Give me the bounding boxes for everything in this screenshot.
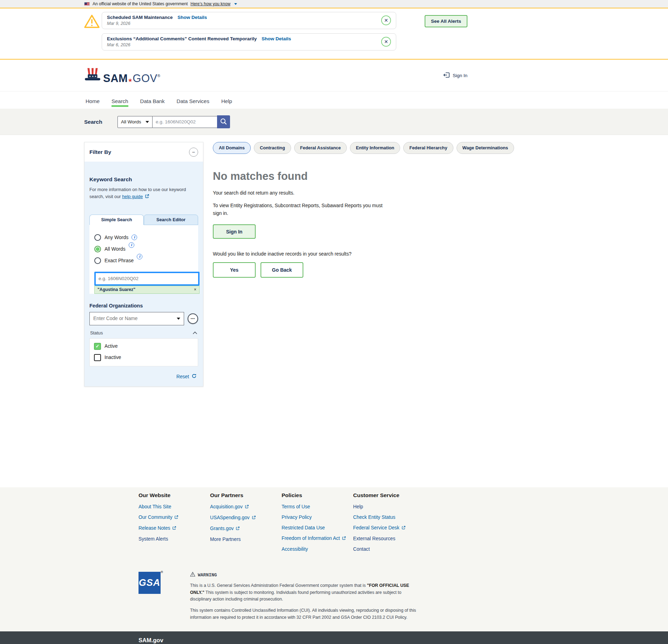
radio-label: Any Words [104,235,128,240]
radio-circle-icon[interactable] [94,246,101,252]
external-link-icon [236,526,240,531]
footer-link-more-partners[interactable]: More Partners [210,537,282,542]
domain-tab-wage-determinations[interactable]: Wage Determinations [457,142,514,154]
domain-tabs: All Domains Contracting Federal Assistan… [213,142,668,154]
close-icon[interactable]: ✕ [381,37,391,47]
svg-text:★: ★ [92,75,94,77]
how-you-know-link[interactable]: Here’s how you know [190,1,230,6]
footer-col-heading: Our Website [139,492,210,499]
search-submit-button[interactable] [217,115,230,128]
include-inactive-question: Would you like to include inactive recor… [213,251,668,257]
yes-button[interactable]: Yes [213,262,256,278]
warning-paragraph-2: This system contains Controlled Unclassi… [190,607,417,621]
more-options-ellipsis-button[interactable]: ••• [188,313,198,324]
footer-link-federal-service-desk[interactable]: Federal Service Desk [353,525,425,531]
footer-link-terms-of-use[interactable]: Terms of Use [282,504,353,509]
see-all-alerts-button[interactable]: See All Alerts [425,15,467,27]
checkbox-label: Inactive [104,355,121,360]
footer-link-usaspending-gov[interactable]: USASpending.gov [210,515,282,521]
nav-item-search[interactable]: Search [110,93,130,108]
alert-title: Scheduled SAM Maintenance [107,15,173,20]
global-search-input[interactable] [153,116,217,128]
radio-all-words[interactable]: All Words i [94,246,193,252]
footer-col-our-website: Our Website About This Site Our Communit… [139,492,210,557]
help-guide-link[interactable]: help guide [122,194,143,199]
footer-link-system-alerts[interactable]: System Alerts [139,536,210,542]
sign-in-label: Sign In [453,73,467,78]
tab-simple-search[interactable]: Simple Search [89,215,144,225]
domain-tab-federal-assistance[interactable]: Federal Assistance [294,142,347,154]
close-icon[interactable]: ✕ [381,15,391,25]
search-icon [220,118,227,126]
footer-col-heading: Customer Service [353,492,425,499]
sign-in-button[interactable]: Sign In [213,224,256,239]
radio-exact-phrase[interactable]: Exact Phrase i [94,257,193,264]
external-link-icon [252,515,256,521]
federal-organizations-select[interactable]: Enter Code or Name [89,312,184,325]
footer-link-grants-gov[interactable]: Grants.gov [210,526,282,531]
footer-link-acquisition-gov[interactable]: Acquisition.gov [210,504,282,510]
gsa-logo: GSA ® [139,572,161,594]
federal-organizations-heading: Federal Organizations [89,303,198,309]
reset-refresh-icon[interactable] [191,373,197,380]
logo-registered-mark: ® [157,74,161,78]
footer-link-release-notes[interactable]: Release Notes [139,526,210,531]
svg-text:★: ★ [89,75,91,77]
footer-link-external-resources[interactable]: External Resources [353,536,425,541]
show-details-link[interactable]: Show Details [262,36,291,41]
checkbox-active[interactable]: ✓ Active [94,343,194,350]
checkbox-icon[interactable] [94,354,101,361]
gsa-logo-text: GSA [139,577,161,588]
radio-circle-icon[interactable] [94,234,101,241]
keyword-search-input[interactable] [94,272,200,286]
footer-link-our-community[interactable]: Our Community [139,515,210,520]
info-icon[interactable]: i [129,242,134,248]
federal-organizations-placeholder: Enter Code or Name [93,316,138,321]
footer-col-our-partners: Our Partners Acquisition.gov USASpending… [210,492,282,557]
nav-item-help[interactable]: Help [220,93,234,108]
go-back-button[interactable]: Go Back [261,262,303,278]
footer-link-help[interactable]: Help [353,504,425,509]
external-link-icon [172,526,176,531]
tab-search-editor[interactable]: Search Editor [144,215,198,225]
info-icon[interactable]: i [137,254,142,259]
collapse-filters-button[interactable]: − [189,148,198,157]
svg-text:★: ★ [94,75,96,77]
nav-item-data-services[interactable]: Data Services [175,93,211,108]
page-footer: Our Website About This Site Our Communit… [0,487,668,631]
chevron-down-icon [234,3,237,5]
footer-link-privacy-policy[interactable]: Privacy Policy [282,515,353,520]
domain-tab-federal-hierarchy[interactable]: Federal Hierarchy [403,142,453,154]
show-details-link[interactable]: Show Details [177,15,207,20]
footer-col-policies: Policies Terms of Use Privacy Policy Res… [282,492,353,557]
chevron-up-icon[interactable] [193,330,197,335]
footer-link-contact[interactable]: Contact [353,547,425,552]
checkbox-icon[interactable]: ✓ [94,343,101,350]
radio-any-words[interactable]: Any Words i [94,234,193,241]
site-header: ★ ★ ★ SAM★GOV® Sign In [0,60,668,91]
domain-tab-all-domains[interactable]: All Domains [213,142,251,154]
footer-link-about-this-site[interactable]: About This Site [139,504,210,509]
status-options-box: ✓ Active Inactive [89,338,198,366]
checkbox-inactive[interactable]: Inactive [94,354,194,361]
reset-filters-link[interactable]: Reset [176,374,189,379]
info-icon[interactable]: i [131,235,137,240]
sam-gov-logo[interactable]: ★ ★ ★ SAM★GOV® [84,67,160,83]
dark-footer: SAM.gov An official website of the U.S. … [0,631,668,644]
us-flag-icon [84,2,90,6]
footer-link-check-entity-status[interactable]: Check Entity Status [353,515,425,520]
nav-item-home[interactable]: Home [84,93,101,108]
footer-link-foia[interactable]: Freedom of Information Act [282,536,353,541]
nav-item-data-bank[interactable]: Data Bank [139,93,166,108]
search-mode-select[interactable]: All Words [117,116,153,128]
header-sign-in-link[interactable]: Sign In [443,72,467,80]
radio-label: All Words [104,246,126,252]
footer-link-restricted-data-use[interactable]: Restricted Data Use [282,525,353,530]
chip-remove-icon[interactable]: × [194,287,196,292]
domain-tab-entity-information[interactable]: Entity Information [350,142,400,154]
footer-link-accessibility[interactable]: Accessibility [282,547,353,552]
warning-triangle-icon [84,14,100,31]
domain-tab-contracting[interactable]: Contracting [254,142,291,154]
chevron-down-icon [177,318,180,320]
radio-circle-icon[interactable] [94,257,101,264]
